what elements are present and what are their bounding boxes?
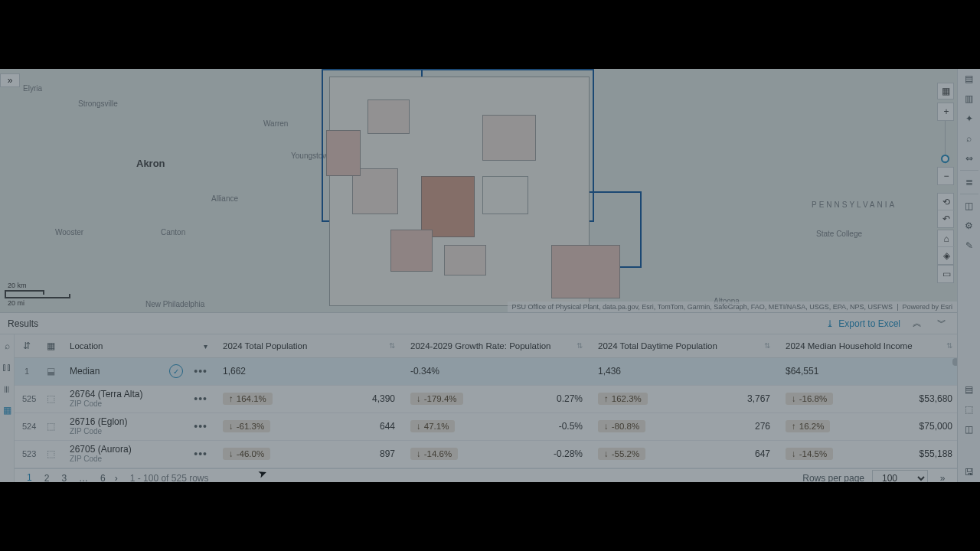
map-place-label: Strongsville	[78, 99, 118, 108]
fullscreen-button[interactable]: ▭	[938, 266, 955, 282]
layers-icon[interactable]: ▤	[958, 69, 981, 89]
rows-per-page-label: Rows per page	[802, 473, 864, 482]
table-row[interactable]: 524⬚26716 (Eglon)ZIP Code•••-61.3%64447.…	[15, 412, 957, 440]
collapse-up-button[interactable]: ︽	[910, 316, 925, 331]
row-actions-button[interactable]: •••	[194, 365, 207, 377]
cell-growth: 47.1%-0.5%	[403, 412, 590, 440]
row-index: 523	[15, 440, 39, 468]
zoom-slider-handle[interactable]	[941, 155, 949, 163]
table-row[interactable]: 523⬚26705 (Aurora)ZIP Code•••-46.0%897-1…	[15, 440, 957, 468]
results-table: ⇵ ▦ Location▾ 2024 Total Population 2024…	[15, 334, 957, 468]
cell-income: -14.5%$55,188	[778, 440, 957, 468]
locate-button[interactable]: ◈	[938, 247, 955, 264]
filter-icon[interactable]: ⚙	[958, 216, 981, 236]
check-circle-icon: ✓	[169, 364, 183, 378]
column-type-icon[interactable]: ▦	[39, 334, 62, 357]
row-index: 525	[15, 385, 39, 412]
basemap-gallery-button[interactable]: ▦	[937, 83, 954, 99]
analysis-icon[interactable]: ◫	[958, 196, 981, 216]
column-hierarchy-icon[interactable]: ⇵	[15, 334, 39, 357]
results-chart-icon[interactable]: ⬚	[958, 399, 981, 419]
results-table-wrap: ⇵ ▦ Location▾ 2024 Total Population 2024…	[15, 334, 957, 482]
edit-icon[interactable]: ✎	[958, 236, 981, 256]
map-attribution: PSU Office of Physical Plant, data.pa.go…	[508, 302, 957, 312]
row-type-icon: ⬚	[39, 440, 62, 468]
tab-magnify-icon[interactable]: ⌕	[0, 339, 14, 353]
column-daytime-population[interactable]: 2024 Total Daytime Population	[590, 334, 778, 357]
cell-population: 164.1%4,390	[215, 385, 403, 412]
cell-population: -46.0%897	[215, 440, 403, 468]
zoom-out-button[interactable]: −	[938, 168, 955, 184]
column-total-population[interactable]: 2024 Total Population	[215, 334, 403, 357]
map-place-label: Alliance	[211, 194, 238, 203]
column-growth-rate[interactable]: 2024-2029 Growth Rate: Population	[403, 334, 590, 357]
column-median-income[interactable]: 2024 Median Household Income	[778, 334, 957, 357]
results-layers-icon[interactable]: ▤	[958, 380, 981, 399]
cell-location: 26764 (Terra Alta)ZIP Code•••	[62, 385, 215, 412]
previous-extent-button[interactable]: ↶	[938, 210, 955, 227]
cell-location: 26705 (Aurora)ZIP Code•••	[62, 440, 215, 468]
table-scroll-thumb[interactable]	[952, 358, 957, 366]
results-title: Results	[8, 318, 38, 329]
results-save-icon[interactable]: 🖫	[958, 462, 981, 482]
tab-bar-icon[interactable]: ⫼	[0, 382, 14, 396]
chart-tool-icon[interactable]: ✦	[958, 109, 981, 129]
home-extent-button[interactable]: ⟲	[938, 194, 955, 210]
cell-daytime-pop: 162.3%3,767	[590, 385, 778, 412]
list-tool-icon[interactable]: ≣	[958, 172, 981, 192]
export-to-excel-link[interactable]: ⤓ Export to Excel	[826, 318, 900, 329]
page-links: 123…6	[25, 469, 107, 482]
map-fullscreen-tool: ▭	[937, 265, 954, 283]
row-index: 1	[15, 357, 39, 385]
row-actions-button[interactable]: •••	[194, 448, 207, 460]
table-row[interactable]: 1⬓Median✓•••1,662-0.34%1,436$64,551	[15, 357, 957, 385]
map-place-label: Akron	[136, 158, 165, 169]
zoom-in-button[interactable]: +	[938, 103, 955, 120]
next-page-button[interactable]: ›	[115, 473, 118, 482]
bookmark-button[interactable]: ⌂	[938, 230, 955, 247]
row-actions-button[interactable]: •••	[194, 420, 207, 432]
row-actions-button[interactable]: •••	[194, 393, 207, 405]
map-nav-tools: ⟲ ↶	[937, 193, 954, 228]
cell-daytime-pop: -80.8%276	[590, 412, 778, 440]
download-icon: ⤓	[826, 318, 834, 329]
cell-location: 26716 (Eglon)ZIP Code•••	[62, 412, 215, 440]
chevron-down-icon: ▾	[204, 342, 207, 350]
measure-icon[interactable]: ⇔	[958, 148, 981, 168]
map-place-label: PENNSYLVANIA	[812, 201, 897, 209]
page-link[interactable]: 1	[25, 469, 34, 482]
table-row[interactable]: 525⬚26764 (Terra Alta)ZIP Code•••164.1%4…	[15, 385, 957, 412]
column-location[interactable]: Location▾	[62, 334, 215, 357]
cell-daytime-pop: 1,436	[590, 357, 778, 385]
results-panel: Results ⤓ Export to Excel ︽ ︾ ⌕ ⫿⫿ ⫼ ▦	[0, 312, 957, 482]
page-link[interactable]: 2	[43, 470, 51, 482]
rows-per-page-select[interactable]: 100	[872, 470, 928, 482]
results-settings-icon[interactable]: ◫	[958, 419, 981, 439]
page-link[interactable]: 6	[99, 470, 107, 482]
pager: 123…6 › 1 - 100 of 525 rows ➤ Rows per p…	[15, 468, 957, 482]
page-link[interactable]: 3	[60, 470, 68, 482]
map-location-tools: ⌂ ◈	[937, 230, 954, 265]
row-type-icon: ⬓	[39, 357, 62, 385]
row-type-icon: ⬚	[39, 385, 62, 412]
table-scrollbar[interactable]	[952, 358, 957, 482]
row-index: 524	[15, 412, 39, 440]
tab-table-icon[interactable]: ▦	[0, 403, 14, 417]
cell-income: -16.8%$53,680	[778, 385, 957, 412]
map-place-label: Elyria	[23, 84, 42, 93]
cell-income: 16.2%$75,000	[778, 412, 957, 440]
tab-chart-icon[interactable]: ⫿⫿	[0, 360, 14, 374]
legend-icon[interactable]: ▥	[958, 89, 981, 109]
map-place-label: State College	[816, 230, 862, 238]
map-place-label: Warren	[263, 119, 288, 128]
map-place-label: Canton	[161, 228, 185, 236]
expand-down-button[interactable]: ︾	[934, 316, 949, 331]
map-canvas[interactable]: » ElyriaStrongsvilleWarrenAkronYoungstow…	[0, 69, 957, 312]
collapse-right-button[interactable]: »	[936, 473, 949, 482]
search-icon[interactable]: ⌕	[958, 129, 981, 148]
scale-bar: 20 km 20 mi	[5, 281, 70, 308]
map-place-label: New Philadelphia	[145, 300, 204, 308]
cell-growth: -179.4%0.27%	[403, 385, 590, 412]
expand-panel-button[interactable]: »	[0, 73, 20, 87]
page-link[interactable]: …	[77, 470, 90, 482]
